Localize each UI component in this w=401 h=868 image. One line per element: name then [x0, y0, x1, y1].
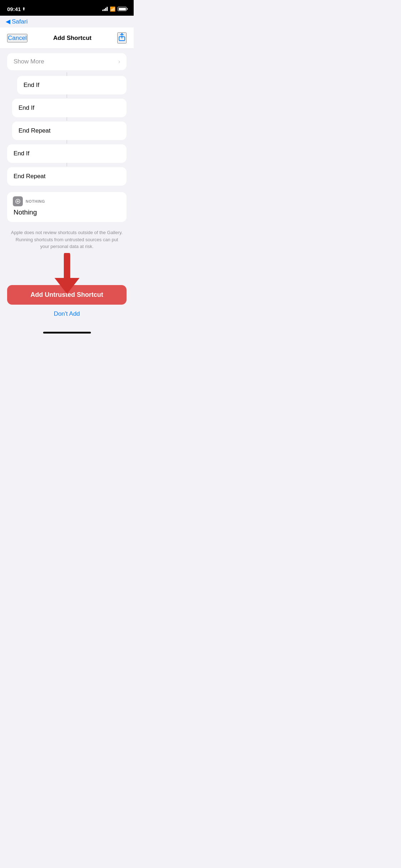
connector-line-4	[67, 140, 67, 144]
card-wrapper-end-repeat-2: End Repeat	[7, 167, 127, 186]
end-if-card-3[interactable]: End If	[7, 144, 127, 163]
show-more-text: Show More	[14, 58, 44, 65]
end-if-card-1[interactable]: End If	[17, 76, 127, 94]
nothing-value: Nothing	[13, 208, 37, 216]
card-wrapper-end-if-2: End If	[7, 99, 127, 121]
end-repeat-label-2: End Repeat	[14, 173, 46, 180]
end-repeat-label-1: End Repeat	[19, 127, 51, 134]
share-button[interactable]	[117, 32, 127, 43]
share-icon	[118, 33, 126, 41]
nothing-icon	[13, 196, 23, 206]
time-text: 09:41	[7, 6, 21, 12]
end-repeat-card-1[interactable]: End Repeat	[12, 122, 127, 140]
page-wrapper: 09:41 ⬆ 📶 ◀ Safari Cancel Add Shortcut	[0, 0, 134, 341]
battery-fill	[119, 8, 126, 10]
nav-bar: Cancel Add Shortcut	[0, 27, 134, 49]
connector-line-2	[67, 94, 67, 98]
chevron-right-icon: ›	[118, 58, 120, 65]
signal-bar-3	[105, 8, 106, 11]
location-icon: ⬆	[22, 7, 25, 11]
end-repeat-card-2[interactable]: End Repeat	[7, 167, 127, 186]
card-wrapper-end-repeat-1: End Repeat	[7, 122, 127, 144]
back-label[interactable]: Safari	[12, 18, 27, 25]
card-wrapper-end-if-1: End If	[7, 76, 127, 98]
battery-icon	[118, 7, 127, 11]
page-title: Add Shortcut	[53, 35, 92, 42]
signal-bar-2	[104, 9, 105, 11]
signal-bar-1	[102, 10, 103, 11]
card-wrapper-end-if-3: End If	[7, 144, 127, 166]
show-more-card[interactable]: Show More ›	[7, 53, 127, 70]
end-if-card-2[interactable]: End If	[12, 99, 127, 117]
nothing-card[interactable]: NOTHING Nothing	[7, 192, 127, 222]
content-area: Show More › End If End If End Repeat	[0, 49, 134, 329]
safari-back-bar[interactable]: ◀ Safari	[0, 16, 134, 27]
home-indicator	[43, 332, 91, 334]
connector-line-1	[67, 72, 67, 76]
status-bar: 09:41 ⬆ 📶	[0, 0, 134, 16]
home-indicator-area	[0, 332, 134, 341]
wifi-icon: 📶	[110, 6, 115, 12]
connector-line-3	[67, 117, 67, 121]
disclaimer-text: Apple does not review shortcuts outside …	[7, 229, 127, 250]
status-time: 09:41 ⬆	[7, 6, 25, 12]
nothing-header: NOTHING	[13, 196, 121, 206]
back-chevron-icon: ◀	[6, 18, 10, 25]
end-if-label-2: End If	[19, 104, 34, 111]
end-if-label-3: End If	[14, 150, 29, 157]
dont-add-button[interactable]: Don't Add	[54, 310, 80, 317]
end-if-label-1: End If	[24, 82, 39, 88]
status-icons: 📶	[102, 6, 127, 12]
signal-bars	[102, 7, 108, 11]
connector-line-5	[67, 163, 67, 166]
nothing-label: NOTHING	[26, 199, 45, 203]
signal-bar-4	[107, 7, 108, 11]
cancel-button[interactable]: Cancel	[7, 34, 27, 42]
add-untrusted-button[interactable]: Add Untrusted Shortcut	[7, 285, 127, 305]
